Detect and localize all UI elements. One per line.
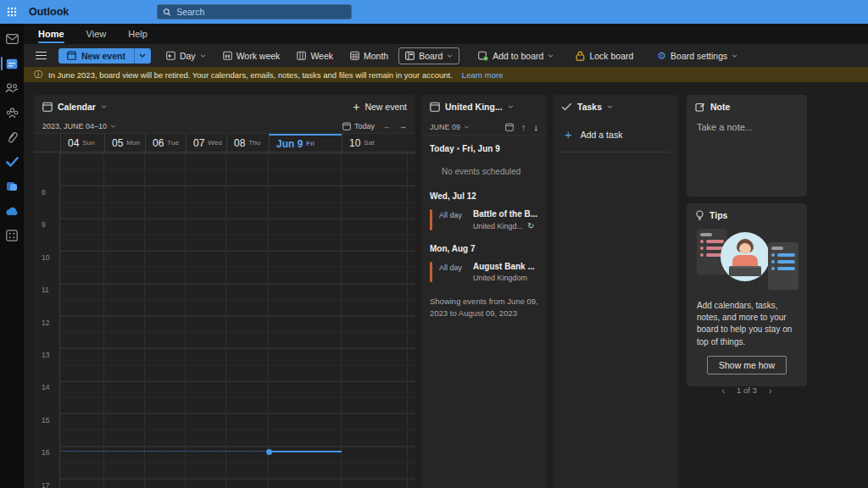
tab-view[interactable]: View (86, 24, 107, 39)
mail-icon (6, 34, 19, 44)
agenda-event[interactable]: All day Battle of the B... United Kingd.… (430, 209, 538, 230)
view-day-button[interactable]: Day (159, 47, 213, 64)
rail-groups-button[interactable] (0, 106, 24, 119)
ribbon-menu: Home View Help (24, 24, 868, 44)
hour-label: 17 (42, 481, 49, 488)
search-box[interactable] (157, 4, 352, 19)
calendar-card-title: Calendar (58, 102, 96, 112)
hamburger-menu-icon[interactable] (31, 48, 52, 64)
learn-more-link[interactable]: Learn more (462, 70, 504, 80)
uk-date-selector[interactable]: JUNE 09 (430, 123, 470, 131)
view-work-week-button[interactable]: Work week (216, 47, 287, 64)
note-input[interactable]: Take a note... (687, 119, 807, 136)
day-header-mon[interactable]: 05 Mon (104, 134, 145, 152)
waffle-icon (7, 7, 17, 17)
tips-card-title: Tips (709, 210, 727, 220)
new-event-dropdown[interactable] (134, 48, 151, 64)
tips-next-button[interactable]: › (769, 385, 772, 396)
week-range-selector[interactable]: 2023, JUNE 04–10 (42, 122, 116, 130)
week-time-grid[interactable]: 8 9 10 11 12 13 14 15 16 17 (34, 152, 415, 488)
chevron-down-icon (464, 125, 470, 129)
time-gutter-header (34, 134, 60, 152)
tasks-card-header: Tasks (553, 95, 678, 119)
calendar-new-event-button[interactable]: + New event (353, 100, 407, 114)
illustration-list-right (768, 242, 798, 290)
app-launcher-button[interactable] (0, 0, 24, 24)
uk-card-subheader: JUNE 09 ↑ ↓ (421, 119, 547, 136)
tips-pagination: ‹ 1 of 3 › (687, 385, 807, 396)
tips-prev-button[interactable]: ‹ (721, 385, 725, 396)
lightbulb-icon (695, 210, 704, 221)
prev-week-button[interactable]: ← (383, 122, 391, 130)
rail-todo-button[interactable] (0, 155, 24, 169)
hour-label: 13 (42, 351, 49, 359)
lock-board-button[interactable]: Lock board (569, 47, 640, 64)
chevron-down-icon[interactable] (101, 105, 107, 108)
calendar-icon (430, 102, 440, 112)
day-column-tue[interactable] (145, 152, 186, 488)
chevron-down-icon (548, 54, 554, 58)
office-app-icon (6, 180, 18, 192)
calendar-icon (505, 123, 514, 131)
view-week-button[interactable]: Week (290, 47, 340, 64)
uk-card-title: United King... (445, 102, 503, 112)
add-task-button[interactable]: + Add a task (553, 119, 678, 152)
divider (561, 152, 670, 152)
search-icon (163, 8, 171, 17)
search-input[interactable] (176, 7, 346, 17)
calendar-card: Calendar + New event 2023, JUNE 04–10 (34, 95, 415, 488)
day-column-sun[interactable] (60, 152, 104, 488)
view-month-button[interactable]: Month (343, 47, 395, 64)
tab-home[interactable]: Home (38, 24, 64, 39)
note-card-title: Note (710, 102, 730, 112)
chevron-down-icon (200, 54, 206, 58)
day-column-mon[interactable] (104, 152, 145, 488)
day-column-fri-today[interactable] (269, 152, 342, 488)
uk-scroll-up-button[interactable]: ↑ (521, 122, 526, 132)
rail-more-apps-button[interactable] (0, 229, 24, 242)
people-icon (5, 83, 19, 93)
uk-scroll-down-button[interactable]: ↓ (534, 122, 539, 132)
day-column-sat[interactable] (342, 152, 408, 488)
plus-icon: + (353, 100, 359, 114)
board-settings-button[interactable]: ⚙ Board settings (650, 47, 744, 64)
day-header-fri-today[interactable]: Jun 9 Fri (269, 134, 342, 152)
groups-icon (6, 108, 19, 119)
note-card: Note Take a note... (687, 95, 807, 197)
day-header-thu[interactable]: 08 Thu (226, 134, 269, 152)
day-header-sun[interactable]: 04 Sun (60, 134, 104, 152)
uk-card-header: United King... (421, 95, 547, 119)
calendar-date-row: 2023, JUNE 04–10 Today ← → (34, 119, 415, 134)
agenda-event[interactable]: All day August Bank ... United Kingdom (430, 262, 538, 282)
day-column-wed[interactable] (186, 152, 226, 488)
rail-onedrive-button[interactable] (0, 204, 24, 218)
main-area: Home View Help New event (24, 24, 868, 488)
rail-mail-button[interactable] (0, 32, 24, 46)
rail-people-button[interactable] (0, 81, 24, 95)
time-gutter: 8 9 10 11 12 13 14 15 16 17 (34, 152, 60, 488)
tab-help[interactable]: Help (128, 24, 147, 39)
day-header-tue[interactable]: 06 Tue (145, 134, 186, 152)
rail-attachments-button[interactable] (0, 130, 24, 144)
day-column-thu[interactable] (226, 152, 269, 488)
gear-icon: ⚙ (657, 51, 666, 61)
tips-card: Tips Add calendars, (687, 203, 807, 386)
chevron-down-icon[interactable] (508, 105, 514, 108)
show-me-how-button[interactable]: Show me how (707, 356, 787, 374)
hour-label: 10 (42, 253, 49, 262)
day-header-wed[interactable]: 07 Wed (186, 134, 226, 152)
day-header-sat[interactable]: 10 Sat (342, 134, 408, 152)
today-button[interactable]: Today (342, 122, 375, 130)
board-canvas: Calendar + New event 2023, JUNE 04–10 (24, 82, 868, 488)
onedrive-icon (5, 207, 19, 216)
chevron-down-icon (139, 53, 146, 58)
next-week-button[interactable]: → (399, 122, 407, 130)
month-view-icon (350, 51, 359, 60)
rail-calendar-button[interactable] (0, 57, 24, 70)
add-to-board-button[interactable]: Add to board (471, 47, 560, 64)
view-board-button[interactable]: Board (398, 47, 459, 64)
chevron-down-icon[interactable] (607, 105, 613, 108)
uk-jump-to-date-button[interactable] (505, 123, 514, 131)
new-event-button[interactable]: New event (58, 48, 134, 64)
rail-office-app-button[interactable] (0, 180, 24, 193)
